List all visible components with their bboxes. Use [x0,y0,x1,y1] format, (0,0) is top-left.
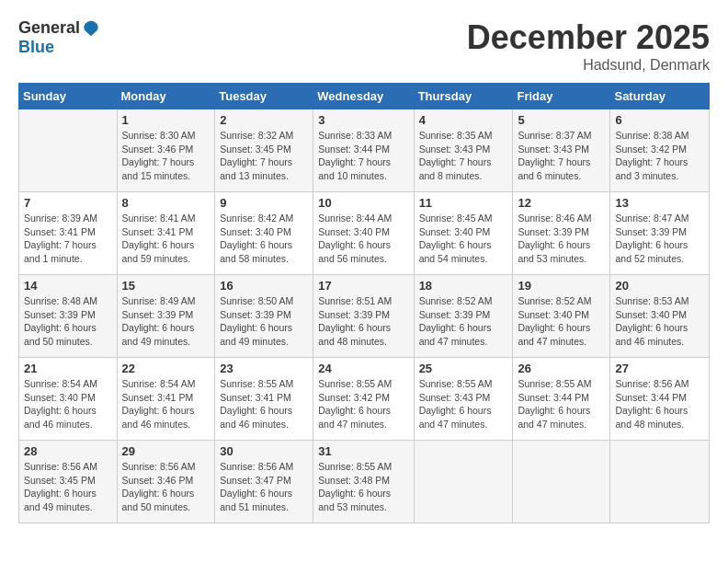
day-number: 21 [24,362,112,375]
calendar-cell: 27Sunrise: 8:56 AMSunset: 3:44 PMDayligh… [610,358,710,441]
day-info: Sunrise: 8:41 AMSunset: 3:41 PMDaylight:… [122,212,210,266]
calendar-cell: 21Sunrise: 8:54 AMSunset: 3:40 PMDayligh… [19,358,118,441]
day-info: Sunrise: 8:52 AMSunset: 3:39 PMDaylight:… [419,294,508,349]
day-info: Sunrise: 8:42 AMSunset: 3:40 PMDaylight:… [220,212,308,266]
calendar-cell [19,109,118,192]
day-info: Sunrise: 8:49 AMSunset: 3:39 PMDaylight:… [122,294,210,349]
day-info: Sunrise: 8:55 AMSunset: 3:48 PMDaylight:… [318,460,408,514]
day-info: Sunrise: 8:54 AMSunset: 3:40 PMDaylight:… [24,377,112,431]
calendar-cell: 5Sunrise: 8:37 AMSunset: 3:43 PMDaylight… [513,109,610,192]
day-info: Sunrise: 8:55 AMSunset: 3:44 PMDaylight:… [518,377,605,431]
calendar-cell: 9Sunrise: 8:42 AMSunset: 3:40 PMDaylight… [215,192,313,275]
calendar-cell: 20Sunrise: 8:53 AMSunset: 3:40 PMDayligh… [610,275,710,358]
day-number: 28 [24,444,112,458]
calendar-week-row: 28Sunrise: 8:56 AMSunset: 3:45 PMDayligh… [19,441,710,523]
calendar-cell: 28Sunrise: 8:56 AMSunset: 3:45 PMDayligh… [19,441,118,523]
logo-blue-text: Blue [18,38,54,57]
calendar-week-row: 1Sunrise: 8:30 AMSunset: 3:46 PMDaylight… [19,109,710,192]
calendar-cell: 23Sunrise: 8:55 AMSunset: 3:41 PMDayligh… [215,358,313,441]
calendar-cell: 22Sunrise: 8:54 AMSunset: 3:41 PMDayligh… [117,358,215,441]
day-info: Sunrise: 8:50 AMSunset: 3:39 PMDaylight:… [220,294,308,349]
day-info: Sunrise: 8:33 AMSunset: 3:44 PMDaylight:… [318,129,408,183]
day-info: Sunrise: 8:46 AMSunset: 3:39 PMDaylight:… [518,212,605,266]
day-number: 14 [24,279,112,293]
day-info: Sunrise: 8:56 AMSunset: 3:46 PMDaylight:… [122,460,210,514]
day-number: 20 [615,279,704,293]
calendar-cell: 19Sunrise: 8:52 AMSunset: 3:40 PMDayligh… [513,275,610,358]
logo: General Blue [18,18,100,57]
calendar-cell: 3Sunrise: 8:33 AMSunset: 3:44 PMDaylight… [313,109,414,192]
day-number: 12 [518,196,605,210]
day-number: 8 [122,196,210,210]
day-number: 31 [318,444,408,458]
month-year-title: December 2025 [467,18,710,57]
day-info: Sunrise: 8:56 AMSunset: 3:45 PMDaylight:… [24,460,112,514]
calendar-cell: 18Sunrise: 8:52 AMSunset: 3:39 PMDayligh… [414,275,513,358]
calendar-cell: 16Sunrise: 8:50 AMSunset: 3:39 PMDayligh… [215,275,313,358]
day-number: 24 [318,362,408,375]
calendar-cell: 17Sunrise: 8:51 AMSunset: 3:39 PMDayligh… [313,275,414,358]
day-number: 16 [220,279,308,293]
day-number: 2 [220,113,308,127]
day-header-wednesday: Wednesday [313,84,414,109]
day-number: 15 [122,279,210,293]
calendar-cell [414,441,513,523]
day-header-tuesday: Tuesday [215,84,313,109]
day-number: 6 [615,113,704,127]
day-number: 1 [122,113,210,127]
day-info: Sunrise: 8:55 AMSunset: 3:43 PMDaylight:… [419,377,508,431]
title-area: December 2025 Hadsund, Denmark [467,18,710,74]
calendar-cell [610,441,710,523]
day-info: Sunrise: 8:35 AMSunset: 3:43 PMDaylight:… [419,129,508,183]
calendar-cell: 8Sunrise: 8:41 AMSunset: 3:41 PMDaylight… [117,192,215,275]
calendar-cell [513,441,610,523]
day-number: 7 [24,196,112,210]
day-header-saturday: Saturday [610,84,710,109]
day-number: 30 [220,444,308,458]
day-info: Sunrise: 8:56 AMSunset: 3:47 PMDaylight:… [220,460,308,514]
calendar-cell: 1Sunrise: 8:30 AMSunset: 3:46 PMDaylight… [117,109,215,192]
calendar-cell: 12Sunrise: 8:46 AMSunset: 3:39 PMDayligh… [513,192,610,275]
day-number: 23 [220,362,308,375]
day-number: 3 [318,113,408,127]
calendar-cell: 31Sunrise: 8:55 AMSunset: 3:48 PMDayligh… [313,441,414,523]
calendar-cell: 4Sunrise: 8:35 AMSunset: 3:43 PMDaylight… [414,109,513,192]
day-info: Sunrise: 8:38 AMSunset: 3:42 PMDaylight:… [615,129,704,183]
day-info: Sunrise: 8:45 AMSunset: 3:40 PMDaylight:… [419,212,508,266]
calendar-cell: 30Sunrise: 8:56 AMSunset: 3:47 PMDayligh… [215,441,313,523]
calendar-table: SundayMondayTuesdayWednesdayThursdayFrid… [18,83,710,523]
calendar-cell: 25Sunrise: 8:55 AMSunset: 3:43 PMDayligh… [414,358,513,441]
day-info: Sunrise: 8:30 AMSunset: 3:46 PMDaylight:… [122,129,210,183]
location-subtitle: Hadsund, Denmark [467,57,710,74]
day-info: Sunrise: 8:51 AMSunset: 3:39 PMDaylight:… [318,294,408,349]
day-number: 19 [518,279,605,293]
day-number: 27 [615,362,704,375]
day-info: Sunrise: 8:39 AMSunset: 3:41 PMDaylight:… [24,212,112,266]
day-number: 13 [615,196,704,210]
day-number: 11 [419,196,508,210]
calendar-cell: 7Sunrise: 8:39 AMSunset: 3:41 PMDaylight… [19,192,118,275]
day-number: 25 [419,362,508,375]
day-info: Sunrise: 8:54 AMSunset: 3:41 PMDaylight:… [122,377,210,431]
calendar-cell: 24Sunrise: 8:55 AMSunset: 3:42 PMDayligh… [313,358,414,441]
calendar-week-row: 21Sunrise: 8:54 AMSunset: 3:40 PMDayligh… [19,358,710,441]
day-info: Sunrise: 8:55 AMSunset: 3:42 PMDaylight:… [318,377,408,431]
day-number: 26 [518,362,605,375]
day-header-friday: Friday [513,84,610,109]
day-header-thursday: Thursday [414,84,513,109]
calendar-cell: 29Sunrise: 8:56 AMSunset: 3:46 PMDayligh… [117,441,215,523]
day-info: Sunrise: 8:55 AMSunset: 3:41 PMDaylight:… [220,377,308,431]
calendar-cell: 15Sunrise: 8:49 AMSunset: 3:39 PMDayligh… [117,275,215,358]
day-info: Sunrise: 8:53 AMSunset: 3:40 PMDaylight:… [615,294,704,349]
day-number: 29 [122,444,210,458]
calendar-cell: 26Sunrise: 8:55 AMSunset: 3:44 PMDayligh… [513,358,610,441]
day-number: 5 [518,113,605,127]
day-number: 4 [419,113,508,127]
day-info: Sunrise: 8:52 AMSunset: 3:40 PMDaylight:… [518,294,605,349]
day-number: 9 [220,196,308,210]
day-header-monday: Monday [117,84,215,109]
day-header-sunday: Sunday [19,84,118,109]
calendar-cell: 6Sunrise: 8:38 AMSunset: 3:42 PMDaylight… [610,109,710,192]
day-info: Sunrise: 8:44 AMSunset: 3:40 PMDaylight:… [318,212,408,266]
calendar-cell: 2Sunrise: 8:32 AMSunset: 3:45 PMDaylight… [215,109,313,192]
